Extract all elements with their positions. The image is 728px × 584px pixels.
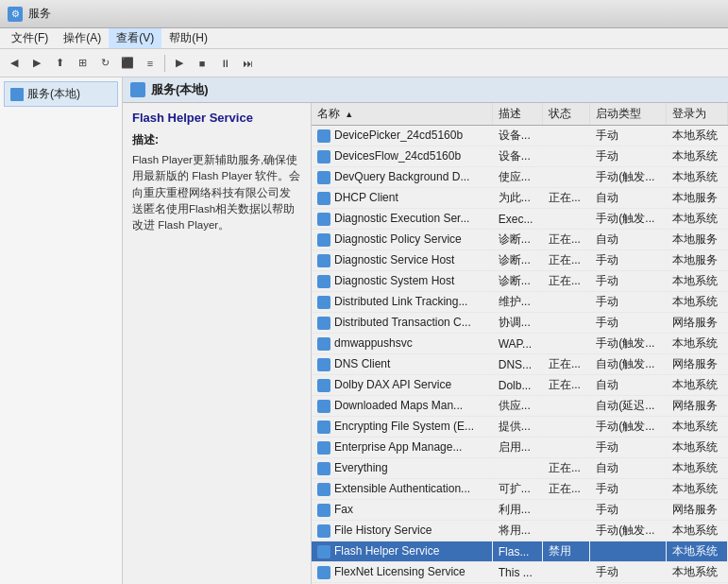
menu-item-view[interactable]: 查看(V) <box>109 28 161 48</box>
export-button[interactable]: ⬛ <box>117 53 138 74</box>
service-desc-cell: 可扩... <box>492 479 542 500</box>
table-header-row: 名称 ▲ 描述 状态 启动类型 登录为 <box>312 103 728 126</box>
service-name-cell: Everything <box>312 458 492 479</box>
forward-button[interactable]: ▶ <box>26 53 47 74</box>
service-name-cell: Flash Helper Service <box>312 541 492 562</box>
service-logon-cell: 本地系统 <box>666 375 727 396</box>
content-area: Flash Helper Service 描述: Flash Player更新辅… <box>123 103 728 584</box>
table-row[interactable]: Everything正在...自动本地系统 <box>312 458 728 479</box>
service-startup-cell: 手动 <box>590 250 666 271</box>
table-row[interactable]: Diagnostic Policy Service诊断...正在...自动本地服… <box>312 230 728 250</box>
service-startup-cell: 手动 <box>590 126 666 146</box>
service-row-icon <box>317 545 330 558</box>
table-row[interactable]: Flash Helper ServiceFlas...禁用本地系统 <box>312 541 728 562</box>
service-logon-cell: 本地系统 <box>666 209 727 230</box>
app-icon: ⚙ <box>8 7 23 22</box>
menu-item-file[interactable]: 文件(F) <box>4 28 56 48</box>
service-status-cell <box>542 292 589 313</box>
service-desc-cell: Exec... <box>492 209 542 230</box>
service-desc-cell: 协调... <box>492 313 542 334</box>
back-button[interactable]: ◀ <box>4 53 25 74</box>
service-desc-cell: 设备... <box>492 146 542 167</box>
table-row[interactable]: Enterprise App Manage...启用...手动本地系统 <box>312 438 728 458</box>
table-row[interactable]: FlexNet Licensing ServiceThis ...手动本地系统 <box>312 562 728 583</box>
service-startup-cell: 自动 <box>590 375 666 396</box>
service-status-cell <box>542 521 589 541</box>
service-table-container[interactable]: 名称 ▲ 描述 状态 启动类型 登录为 DevicePicker_24cd516… <box>312 103 728 584</box>
table-row[interactable]: Fax利用...手动网络服务 <box>312 500 728 521</box>
col-header-status[interactable]: 状态 <box>542 103 589 126</box>
table-row[interactable]: DNS ClientDNS...正在...自动(触发...网络服务 <box>312 354 728 375</box>
table-row[interactable]: dmwappushsvcWAP...手动(触发...本地系统 <box>312 334 728 354</box>
service-info-panel: Flash Helper Service 描述: Flash Player更新辅… <box>123 103 312 584</box>
table-row[interactable]: Diagnostic Service Host诊断...正在...手动本地服务 <box>312 250 728 271</box>
table-row[interactable]: File History Service将用...手动(触发...本地系统 <box>312 521 728 541</box>
service-row-icon <box>317 171 330 184</box>
service-status-cell: 正在... <box>542 479 589 500</box>
service-startup-cell: 手动(触发... <box>590 417 666 438</box>
pause-button[interactable]: ⏸ <box>214 53 235 74</box>
sidebar-item-services-local[interactable]: 服务(本地) <box>4 81 118 107</box>
service-status-cell <box>542 396 589 417</box>
service-startup-cell: 手动 <box>590 438 666 458</box>
service-status-cell: 正在... <box>542 250 589 271</box>
service-table: 名称 ▲ 描述 状态 启动类型 登录为 DevicePicker_24cd516… <box>312 103 728 584</box>
col-header-logon[interactable]: 登录为 <box>666 103 727 126</box>
table-row[interactable]: Downloaded Maps Man...供应...自动(延迟...网络服务 <box>312 396 728 417</box>
service-logon-cell: 本地服务 <box>666 188 727 209</box>
service-logon-cell: 本地系统 <box>666 541 727 562</box>
show-hide-button[interactable]: ⊞ <box>72 53 93 74</box>
service-row-icon <box>317 192 330 205</box>
table-row[interactable]: DevQuery Background D...使应...手动(触发...本地系… <box>312 167 728 188</box>
play-button[interactable]: ▶ <box>169 53 190 74</box>
service-startup-cell: 手动 <box>590 562 666 583</box>
refresh-button[interactable]: ↻ <box>94 53 115 74</box>
service-name-cell: Fax <box>312 500 492 521</box>
menu-bar: 文件(F)操作(A)查看(V)帮助(H) <box>0 28 728 49</box>
sidebar-item-label: 服务(本地) <box>27 86 80 102</box>
col-header-startup[interactable]: 启动类型 <box>590 103 666 126</box>
table-row[interactable]: Diagnostic System Host诊断...正在...手动本地系统 <box>312 271 728 292</box>
menu-item-action[interactable]: 操作(A) <box>56 28 109 48</box>
table-row[interactable]: DevicesFlow_24cd5160b设备...手动本地系统 <box>312 146 728 167</box>
table-row[interactable]: Extensible Authentication...可扩...正在...手动… <box>312 479 728 500</box>
service-name-cell: Enterprise App Manage... <box>312 438 492 458</box>
service-row-icon <box>317 421 330 434</box>
table-row[interactable]: Distributed Transaction C...协调...手动网络服务 <box>312 313 728 334</box>
table-row[interactable]: DHCP Client为此...正在...自动本地服务 <box>312 188 728 209</box>
service-name-cell: DevicePicker_24cd5160b <box>312 126 492 146</box>
service-status-cell <box>542 209 589 230</box>
service-info-title: Flash Helper Service <box>132 111 301 125</box>
table-row[interactable]: Diagnostic Execution Ser...Exec...手动(触发.… <box>312 209 728 230</box>
menu-item-help[interactable]: 帮助(H) <box>161 28 215 48</box>
restart-button[interactable]: ⏭ <box>237 53 258 74</box>
service-name-cell: DevQuery Background D... <box>312 167 492 188</box>
service-info-desc: Flash Player更新辅助服务,确保使用最新版的 Flash Player… <box>132 152 301 233</box>
toolbar: ◀▶⬆⊞↻⬛≡▶■⏸⏭ <box>0 49 728 77</box>
service-desc-cell: 诊断... <box>492 250 542 271</box>
up-button[interactable]: ⬆ <box>49 53 70 74</box>
table-row[interactable]: Dolby DAX API ServiceDolb...正在...自动本地系统 <box>312 375 728 396</box>
service-row-icon <box>317 233 330 247</box>
table-row[interactable]: Distributed Link Tracking...维护...手动本地系统 <box>312 292 728 313</box>
service-name-cell: Downloaded Maps Man... <box>312 396 492 417</box>
service-desc-cell: 供应... <box>492 396 542 417</box>
service-desc-cell: Dolb... <box>492 375 542 396</box>
col-header-desc[interactable]: 描述 <box>492 103 542 126</box>
col-header-name[interactable]: 名称 ▲ <box>312 103 492 126</box>
table-row[interactable]: DevicePicker_24cd5160b设备...手动本地系统 <box>312 126 728 146</box>
table-row[interactable]: Encrypting File System (E...提供...手动(触发..… <box>312 417 728 438</box>
properties-button[interactable]: ≡ <box>140 53 161 74</box>
service-status-cell <box>542 438 589 458</box>
service-startup-cell: 手动(触发... <box>590 167 666 188</box>
service-row-icon <box>317 566 330 579</box>
service-startup-cell: 自动 <box>590 230 666 250</box>
service-logon-cell: 本地系统 <box>666 479 727 500</box>
service-desc-cell: 诊断... <box>492 271 542 292</box>
service-row-icon <box>317 462 330 475</box>
stop-button[interactable]: ■ <box>192 53 212 74</box>
service-row-icon <box>317 150 330 163</box>
service-logon-cell: 网络服务 <box>666 500 727 521</box>
service-name-cell: dmwappushsvc <box>312 334 492 354</box>
service-status-cell <box>542 500 589 521</box>
